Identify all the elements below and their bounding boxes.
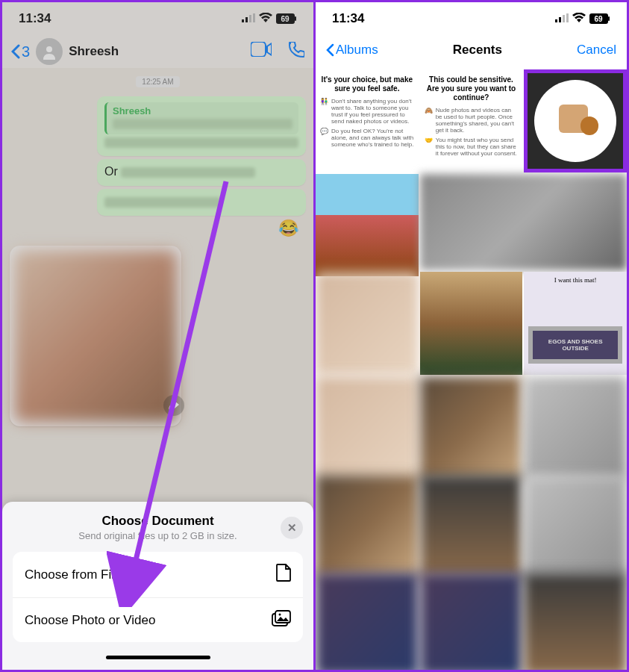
photo-thumbnail[interactable] (420, 376, 523, 479)
sheet-subtitle: Send original files up to 2 GB in size. (13, 530, 303, 541)
sheet-options: Choose from Files Choose Photo or Video (13, 552, 303, 642)
reaction-emoji[interactable]: 😂 (10, 219, 298, 238)
svg-rect-5 (295, 16, 296, 21)
outgoing-msg-2[interactable]: Or (97, 159, 306, 186)
photo-thumbnail[interactable] (316, 573, 419, 670)
photo-thumbnail[interactable] (524, 475, 627, 578)
svg-rect-0 (242, 19, 244, 22)
outgoing-msg-reply[interactable]: Shreesh (97, 96, 306, 156)
svg-text:69: 69 (594, 15, 603, 23)
forward-icon[interactable] (163, 395, 184, 416)
wifi-icon (259, 11, 272, 26)
gallery-icon (272, 610, 291, 630)
albums-button[interactable]: Albums (326, 43, 378, 57)
status-time: 11:34 (332, 11, 364, 26)
left-phone-whatsapp-chat: 11:34 69 3 Shreesh 12:25 AM Shreesh (2, 2, 316, 670)
wifi-icon (572, 11, 586, 26)
svg-point-7 (46, 46, 52, 52)
svg-rect-13 (555, 19, 557, 22)
document-sheet: Choose Document Send original files up t… (2, 502, 313, 670)
photo-thumbnail[interactable] (524, 376, 627, 479)
choose-photo-video-button[interactable]: Choose Photo or Video (13, 597, 303, 642)
outgoing-msg-3[interactable] (97, 189, 306, 216)
photo-thumbnail-mat[interactable]: I want this mat! EGOS AND SHOES OUTSIDE (524, 272, 627, 375)
photo-thumbnail[interactable] (420, 573, 523, 670)
svg-rect-1 (245, 17, 248, 22)
svg-point-11 (279, 614, 281, 616)
picker-title: Recents (453, 43, 502, 57)
svg-rect-18 (608, 16, 610, 21)
contact-name[interactable]: Shreesh (69, 44, 245, 59)
signal-icon (555, 11, 569, 26)
photo-thumbnail-selected[interactable] (524, 69, 627, 172)
chat-header: 3 Shreesh (2, 35, 313, 68)
svg-rect-15 (563, 15, 565, 22)
svg-rect-2 (249, 15, 251, 22)
battery-indicator: 69 (589, 13, 610, 24)
reply-context: Shreesh (104, 102, 298, 134)
svg-text:69: 69 (281, 15, 290, 23)
status-bar: 11:34 69 (2, 2, 313, 35)
battery-indicator: 69 (276, 13, 297, 24)
svg-rect-14 (559, 17, 561, 22)
avatar[interactable] (36, 38, 63, 65)
photo-thumbnail[interactable] (420, 475, 523, 578)
photo-thumbnail[interactable] (524, 573, 627, 670)
photo-thumbnail[interactable] (316, 272, 419, 375)
opt-label: Choose from Files (25, 567, 128, 582)
timestamp-pill: 12:25 AM (136, 76, 179, 87)
back-button[interactable]: 3 (11, 43, 30, 60)
back-count: 3 (22, 43, 30, 60)
close-icon[interactable]: ✕ (281, 517, 303, 539)
photo-grid[interactable]: It's your choice, but make sure you feel… (316, 69, 627, 670)
opt-label: Choose Photo or Video (25, 613, 155, 628)
picker-header: Albums Recents Cancel (316, 35, 627, 65)
image-message[interactable] (10, 246, 181, 426)
svg-rect-3 (253, 13, 255, 22)
home-indicator[interactable] (106, 656, 210, 659)
cancel-button[interactable]: Cancel (577, 43, 616, 57)
photo-thumbnail[interactable] (420, 272, 523, 375)
photo-thumbnail[interactable] (316, 475, 419, 578)
safety-info-card-1[interactable]: It's your choice, but make sure you feel… (316, 69, 419, 172)
photo-thumbnail[interactable] (316, 174, 419, 277)
status-bar: 11:34 69 (316, 2, 627, 35)
svg-rect-16 (566, 13, 569, 22)
voice-call-icon[interactable] (288, 42, 304, 61)
safety-info-card-2[interactable]: This could be sensitive. Are you sure yo… (420, 69, 523, 172)
signal-icon (242, 11, 255, 26)
right-phone-photo-picker: 11:34 69 Albums Recents Cancel It's your… (316, 2, 627, 670)
photo-thumbnail[interactable] (420, 174, 627, 271)
sheet-title: Choose Document (13, 514, 303, 529)
status-time: 11:34 (19, 11, 51, 26)
svg-rect-8 (251, 42, 266, 57)
video-call-icon[interactable] (251, 42, 272, 61)
photo-thumbnail[interactable] (316, 376, 419, 479)
choose-from-files-button[interactable]: Choose from Files (13, 552, 303, 597)
document-icon (276, 564, 291, 585)
